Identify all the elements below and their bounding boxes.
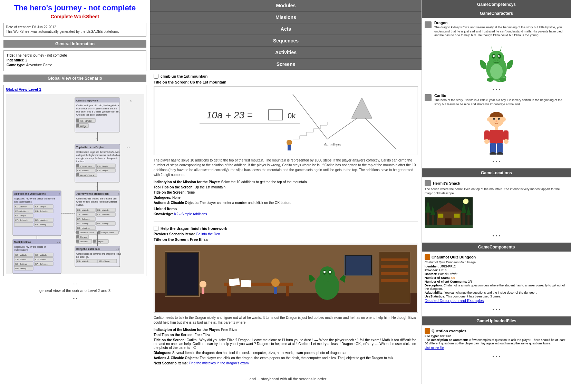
svg-text:Hermit's Shack: Hermit's Shack: [80, 174, 94, 176]
bottom-dots-middle: ...: [245, 377, 250, 381]
screen2-next: Next Scenario Items: Find the mistakes i…: [154, 361, 418, 365]
screen1-indication-key: Indicatyion of the Mission for the Playe…: [154, 180, 221, 184]
svg-text:nice village with his grandpar: nice village with his grandparents ans h…: [76, 107, 117, 110]
scenario-diagram: Carlito's happy life - x Carlito: an 8 y…: [6, 94, 144, 274]
svg-text:Gorges: Gorges: [80, 236, 87, 238]
svg-point-178: [499, 56, 500, 57]
file-desc-key: File Description or Comment:: [425, 338, 469, 342]
hermit-shack-location: Hermit's Shack The house where the hermi…: [425, 180, 568, 228]
nav-missions[interactable]: Missions: [150, 12, 422, 23]
screen1-title: climb up the 1st mountain: [161, 74, 207, 78]
svg-text:Journey to the dragon's den: Journey to the dragon's den: [76, 193, 109, 195]
screen2-checkbox[interactable]: [154, 226, 158, 231]
comp-provider-key: Provider:: [425, 268, 439, 272]
location-dots: • • •: [425, 232, 568, 240]
svg-rect-11: [76, 119, 79, 122]
screen1-title-screen: Title on the Screen: None: [154, 190, 418, 194]
screen-divider: [154, 222, 418, 222]
global-view-section: Global View Level 1 Carlito's happy life…: [3, 85, 146, 276]
svg-text:- x: - x: [57, 192, 60, 195]
nav-sequences[interactable]: Sequences: [150, 35, 422, 46]
comp-usestats-val: This component has been used 3 times.: [446, 295, 501, 298]
svg-text:K2 - Multipl...: K2 - Multipl...: [15, 254, 27, 256]
svg-point-195: [504, 139, 509, 144]
svg-text:K3 - Addition...: K3 - Addition...: [77, 169, 91, 172]
screen2-indication-key: Indicatyion of the Mission for the Playe…: [154, 328, 221, 332]
svg-text:B0 - Identify...: B0 - Identify...: [77, 227, 90, 229]
svg-rect-196: [490, 143, 496, 153]
comp-contact-val: Patrick Prévôt: [438, 272, 457, 276]
svg-point-182: [487, 78, 494, 82]
screen2-prev-link[interactable]: Go into the Den: [196, 232, 220, 236]
svg-text:X4 - Solve s.: X4 - Solve s.: [15, 258, 27, 261]
comp-adaptability: Adaptability: You can change the questio…: [425, 291, 568, 294]
screens-content: climb up the 1st mountain Title on the S…: [150, 70, 422, 374]
nav-screens[interactable]: Screens: [150, 59, 422, 70]
svg-rect-151: [381, 265, 408, 268]
nav-acts[interactable]: Acts: [150, 23, 422, 35]
screen1-knowledge-link[interactable]: K2 - Simple Additions: [174, 212, 207, 216]
comp-desc-val: Chalumot is a multi question quiz where …: [425, 284, 565, 291]
svg-rect-212: [438, 214, 443, 218]
comp-name-row: Chalumot Quiz Dungeon: [425, 254, 568, 260]
screen2-dialogues: Dialogues: Several Item in the dragon's …: [154, 351, 418, 355]
comp-dots: • • •: [425, 305, 568, 314]
svg-text:K9 - Multipl...: K9 - Multipl...: [97, 209, 109, 211]
svg-text:Objectives: review the basics : Objectives: review the basics of: [14, 246, 46, 248]
comp-comments: Number of client Comments: 2/5: [425, 280, 568, 283]
screen2-tooltips-val: Free Eliza: [195, 333, 210, 337]
svg-rect-153: [381, 279, 408, 282]
svg-rect-166: [274, 287, 277, 294]
screen1-tooltips-key: Tool Tips on the Screen:: [154, 185, 195, 189]
bottom-text: general view of the scénario Level 2 and…: [3, 288, 146, 293]
svg-text:K9 - Multipl...: K9 - Multipl...: [35, 254, 47, 256]
screen1-tooltips: Tool Tips on the Screen: Up the 1st moun…: [154, 185, 418, 189]
comp-comments-val: 2/5: [468, 280, 473, 283]
svg-point-189: [502, 117, 506, 121]
global-view-header: Global View of the Scenario: [3, 75, 146, 82]
component-icon: [425, 254, 430, 260]
svg-rect-157: [229, 278, 240, 286]
game-type-value: Adventure Game: [26, 63, 52, 67]
svg-point-163: [323, 271, 326, 273]
file-link[interactable]: Link to the file: [425, 346, 444, 350]
global-view-link[interactable]: Global View Level 1: [6, 87, 144, 91]
svg-point-183: [499, 78, 506, 82]
middle-bottom: ... and ... storyboard with all the scre…: [150, 374, 422, 384]
svg-rect-14: [76, 124, 79, 127]
screen2-titlescreen-val: Carlito : Why did you take Eliza ? Drago…: [154, 338, 416, 350]
svg-rect-86: [76, 231, 79, 234]
svg-rect-137: [288, 145, 291, 150]
screen1-actions: Actions & Clicable Objects: The player c…: [154, 201, 418, 205]
screen1-checkbox[interactable]: [154, 74, 158, 79]
location-icon: [425, 180, 431, 186]
svg-text:- x: - x: [57, 241, 60, 244]
screen-item-2: Help the dragon finish his homework Prev…: [154, 226, 418, 365]
carlito-name: Carlito: [434, 94, 568, 98]
comp-stars: Number of Stars: 4/5: [425, 276, 568, 280]
characters-content: Dragon The dragon kidnaps Eliza and seem…: [422, 18, 571, 168]
svg-rect-158: [241, 280, 251, 287]
dragon-dots: • • •: [425, 85, 568, 94]
nav-activities[interactable]: Activities: [150, 47, 422, 58]
dragon-image-area: [425, 41, 568, 83]
svg-text:K7 - Solve d...: K7 - Solve d...: [15, 219, 28, 221]
screen1-knowledge: Knowledge: K2 - Simple Additions: [154, 212, 418, 216]
screen2-indication: Indicatyion of the Mission for the Playe…: [154, 328, 418, 332]
svg-point-160: [320, 266, 335, 282]
comp-contact-key: Contact:: [425, 272, 438, 276]
svg-rect-92: [76, 235, 79, 238]
screen1-title-label: Title on the Screen: Up the 1st mountain: [154, 80, 418, 84]
svg-point-167: [200, 281, 206, 288]
locations-content: Hermit's Shack The house where the hermi…: [422, 177, 571, 242]
screen2-next-link[interactable]: Find the mistakes in the dragon's exam: [189, 361, 249, 365]
comp-detailed-link[interactable]: Detailed Description and Examples: [425, 298, 484, 303]
svg-text:Carlito: an 8 year old child, : Carlito: an 8 year old child, live happi…: [76, 104, 119, 107]
screen1-titlescreen-val: None: [186, 190, 195, 194]
svg-text:Bring the sister back: Bring the sister back: [76, 248, 100, 251]
svg-text:↓: ↓: [95, 184, 97, 187]
comp-description: Description: Chalumot is a multi questio…: [425, 284, 568, 291]
svg-text:K7 - Solve s...: K7 - Solve s...: [35, 258, 48, 261]
nav-modules[interactable]: Modules: [150, 0, 422, 11]
svg-point-165: [271, 278, 280, 287]
